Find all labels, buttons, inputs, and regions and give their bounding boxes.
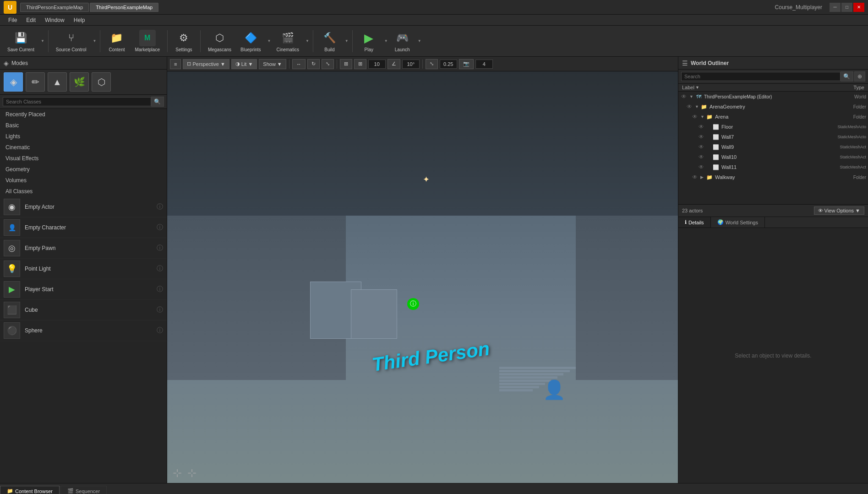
lit-button[interactable]: ◑ Lit ▼ [231,59,257,69]
viewport-menu-button[interactable]: ≡ [170,59,181,69]
tree-item-wall7[interactable]: 👁 ⬜ Wall7 StaticMeshActo [678,132,868,142]
tab-world-settings[interactable]: 🌍 World Settings [711,217,765,228]
col-type[interactable]: Type [809,85,864,90]
rotate-button[interactable]: ↻ [307,59,320,69]
scale-value-input[interactable] [440,60,457,69]
tree-toggle-2[interactable]: ▼ [700,114,706,119]
viewport[interactable]: ≡ ⊡ Perspective ▼ ◑ Lit ▼ Show ▼ ↔ ↻ ⤡ ⊞… [167,57,678,483]
empty-pawn-info[interactable]: ⓘ [157,244,163,252]
surface-snapping-button[interactable]: ⊞ [340,59,352,69]
tree-vis-6[interactable]: 👁 [698,153,705,161]
angle-snap-button[interactable]: ∠ [388,59,400,69]
tree-item-walkway[interactable]: 👁 ▶ 📁 Walkway Folder [678,172,868,182]
source-control-button[interactable]: ⑂ Source Control [52,28,90,54]
category-visual-effects[interactable]: Visual Effects [0,153,167,164]
mode-paint-button[interactable]: ✏ [26,72,45,92]
build-dropdown[interactable]: ▼ [345,39,349,43]
sphere-info[interactable]: ⓘ [157,326,163,335]
outliner-view-options-button[interactable]: 👁 View Options ▼ [814,206,865,215]
translate-button[interactable]: ↔ [292,59,306,69]
tree-vis-0[interactable]: 👁 [680,93,688,100]
minimize-button[interactable]: ─ [830,3,841,12]
category-cinematic[interactable]: Cinematic [0,142,167,153]
scale-snap-button[interactable]: ⤡ [426,59,438,69]
tree-vis-8[interactable]: 👁 [691,174,699,181]
marketplace-button[interactable]: M Marketplace [131,28,163,54]
settings-button[interactable]: ⚙ Settings [171,28,197,54]
grid-size-input[interactable] [368,60,386,69]
outliner-add-button[interactable]: ⊕ [854,71,865,81]
menu-edit[interactable]: Edit [22,16,40,24]
grid-snap-button[interactable]: ⊞ [354,59,366,69]
tree-vis-4[interactable]: 👁 [698,133,705,141]
play-dropdown[interactable]: ▼ [384,39,388,43]
bottom-tab-content-browser[interactable]: 📁 Content Browser [0,486,60,494]
tree-vis-7[interactable]: 👁 [698,163,705,171]
category-lights[interactable]: Lights [0,131,167,142]
player-start-info[interactable]: ⓘ [157,285,163,293]
play-button[interactable]: ▶ Play [356,28,382,54]
mode-mesh-button[interactable]: ⬡ [92,72,111,92]
placement-empty-actor[interactable]: ◉ Empty Actor ⓘ [0,197,167,217]
show-button[interactable]: Show ▼ [259,59,286,69]
tab-1[interactable]: ThirdPersonExampleMap [20,3,89,12]
category-geometry[interactable]: Geometry [0,164,167,175]
placement-empty-pawn[interactable]: ◎ Empty Pawn ⓘ [0,238,167,259]
point-light-info[interactable]: ⓘ [157,265,163,273]
placement-sphere[interactable]: ⚫ Sphere ⓘ [0,320,167,341]
launch-button[interactable]: 🎮 Launch [390,28,415,54]
category-basic[interactable]: Basic [0,120,167,131]
outliner-search-input[interactable] [681,72,841,81]
tree-item-wall10[interactable]: 👁 ⬜ Wall10 StaticMeshAct [678,152,868,162]
scale-button[interactable]: ⤡ [322,59,334,69]
search-classes-input[interactable] [3,97,151,106]
tree-toggle-8[interactable]: ▶ [700,175,706,179]
category-volumes[interactable]: Volumes [0,175,167,186]
search-classes-button[interactable]: 🔍 [151,97,164,107]
tree-item-arena[interactable]: 👁 ▼ 📁 Arena Folder [678,112,868,122]
maximize-button[interactable]: □ [841,3,852,12]
viewport-canvas[interactable]: 👤 ⓘ ✦ Third Person ⊹ ⊹ [167,71,678,483]
content-button[interactable]: 📁 Content [104,28,129,54]
cube-info[interactable]: ⓘ [157,306,163,314]
save-current-button[interactable]: 💾 Save Current [4,28,38,54]
placement-cube[interactable]: ⬛ Cube ⓘ [0,300,167,320]
tab-2[interactable]: ThirdPersonExampleMap [90,3,158,12]
tree-toggle-1[interactable]: ▼ [695,104,700,109]
menu-file[interactable]: File [4,16,22,24]
mode-landscape-button[interactable]: ▲ [48,72,67,92]
launch-dropdown[interactable]: ▼ [418,39,421,43]
tree-vis-2[interactable]: 👁 [691,113,699,120]
source-control-dropdown[interactable]: ▼ [93,39,97,43]
outliner-search-button[interactable]: 🔍 [841,71,853,81]
tree-vis-1[interactable]: 👁 [686,103,693,110]
menu-window[interactable]: Window [40,16,69,24]
perspective-button[interactable]: ⊡ Perspective ▼ [183,59,229,69]
col-label[interactable]: Label ▼ [682,85,809,90]
tree-item-wall11[interactable]: 👁 ⬜ Wall11 StaticMeshAct [678,162,868,172]
tree-item-map[interactable]: 👁 ▼ 🗺 ThirdPersonExampleMap (Editor) Wor… [678,92,868,102]
category-all-classes[interactable]: All Classes [0,186,167,197]
megascans-button[interactable]: ⬡ Megascans [204,28,235,54]
mode-foliage-button[interactable]: 🌿 [70,72,89,92]
category-recently-placed[interactable]: Recently Placed [0,109,167,120]
tree-vis-3[interactable]: 👁 [698,123,705,130]
camera-speed-input[interactable] [475,60,493,69]
camera-speed-button[interactable]: 📷 [459,59,474,69]
tree-item-wall9[interactable]: 👁 ⬜ Wall9 StaticMeshAct [678,142,868,152]
cinematics-button[interactable]: 🎬 Cinematics [273,28,302,54]
placement-point-light[interactable]: 💡 Point Light ⓘ [0,259,167,279]
mode-place-button[interactable]: ◈ [4,72,23,92]
tree-item-floor[interactable]: 👁 ⬜ Floor StaticMeshActo [678,122,868,132]
placement-empty-character[interactable]: 👤 Empty Character ⓘ [0,217,167,238]
tree-vis-5[interactable]: 👁 [698,143,705,151]
menu-help[interactable]: Help [69,16,90,24]
empty-character-info[interactable]: ⓘ [157,223,163,232]
placement-player-start[interactable]: ▶ Player Start ⓘ [0,279,167,300]
close-button[interactable]: ✕ [853,3,864,12]
empty-actor-info[interactable]: ⓘ [157,203,163,211]
save-current-dropdown[interactable]: ▼ [41,39,44,43]
bottom-tab-sequencer[interactable]: 🎬 Sequencer [60,486,107,494]
tab-details[interactable]: ℹ Details [678,217,711,228]
angle-value-input[interactable] [402,60,420,69]
